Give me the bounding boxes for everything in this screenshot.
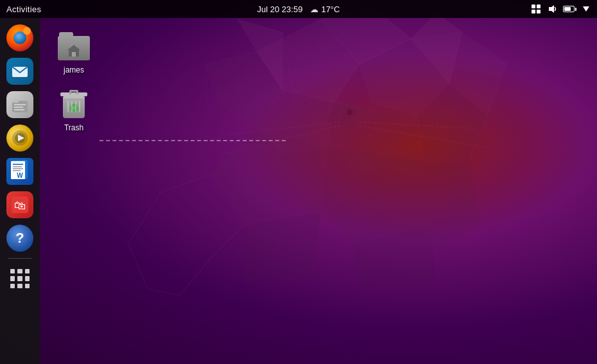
svg-marker-17	[424, 160, 481, 250]
svg-point-26	[348, 109, 352, 116]
network-icon[interactable]	[530, 3, 542, 15]
svg-marker-15	[212, 128, 327, 225]
sound-icon[interactable]	[547, 3, 558, 15]
dock-item-files[interactable]	[5, 90, 35, 119]
desktop-icons: james ♻ Trash	[48, 26, 100, 137]
cloud-icon: ☁	[310, 4, 318, 14]
svg-rect-43	[13, 166, 22, 168]
svg-rect-44	[13, 168, 23, 169]
desktop-icon-james-home[interactable]: james	[48, 26, 100, 78]
dock-item-thunderbird[interactable]	[5, 56, 35, 86]
battery-icon[interactable]	[564, 3, 575, 15]
svg-marker-18	[244, 212, 321, 282]
system-menu-button[interactable]	[580, 3, 592, 15]
svg-marker-27	[549, 5, 554, 13]
svg-rect-33	[14, 107, 23, 108]
topbar-left: Activities	[0, 4, 41, 14]
svg-rect-51	[72, 52, 76, 56]
svg-rect-34	[14, 109, 24, 110]
topbar: Activities Jul 20 23:59 ☁ 17°C	[0, 0, 597, 18]
dock-item-help[interactable]: ?	[5, 223, 35, 253]
dock-item-rhythmbox[interactable]	[5, 123, 35, 153]
dock-item-firefox[interactable]	[5, 23, 35, 53]
svg-marker-49	[67, 45, 80, 50]
dotted-line-decoration	[100, 140, 286, 141]
svg-text:W: W	[17, 172, 23, 179]
svg-rect-31	[12, 100, 19, 103]
weather-widget: ☁ 17°C	[310, 4, 340, 14]
dock: W 🛍 ?	[0, 18, 40, 364]
topbar-right	[530, 3, 597, 15]
desktop-icon-trash[interactable]: ♻ Trash	[48, 83, 100, 136]
dock-item-software-center[interactable]: 🛍	[5, 190, 35, 220]
svg-rect-45	[13, 170, 21, 171]
activities-button[interactable]: Activities	[6, 4, 41, 14]
desktop-icon-james-label: james	[64, 65, 84, 74]
svg-rect-32	[14, 104, 26, 105]
svg-marker-28	[583, 6, 589, 12]
desktop-icon-trash-label: Trash	[64, 123, 83, 132]
weather-temp: 17°C	[321, 4, 340, 14]
dock-item-app-grid[interactable]	[5, 264, 35, 293]
svg-text:🛍: 🛍	[14, 199, 26, 212]
datetime-display[interactable]: Jul 20 23:59	[257, 4, 303, 14]
dock-separator	[8, 258, 31, 259]
dock-item-libreoffice-writer[interactable]: W	[5, 157, 35, 186]
topbar-center: Jul 20 23:59 ☁ 17°C	[257, 4, 340, 14]
svg-rect-42	[13, 164, 23, 165]
